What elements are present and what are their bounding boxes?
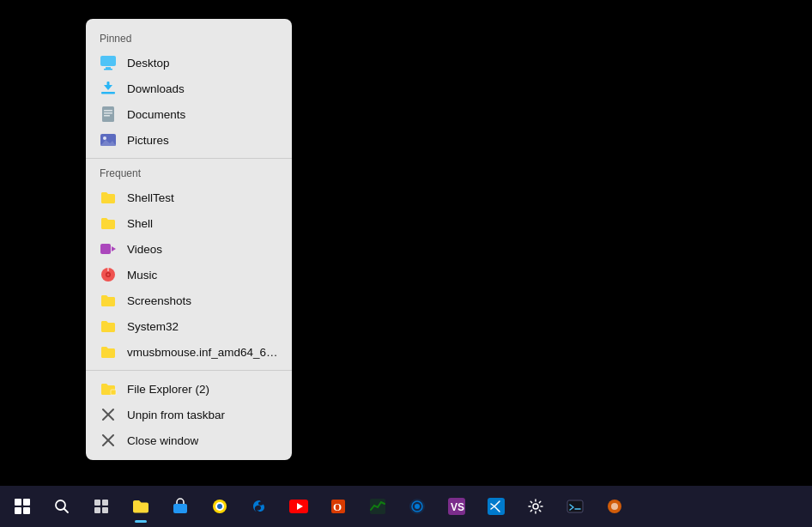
office-button[interactable]: O — [319, 488, 357, 525]
svg-point-49 — [611, 503, 618, 510]
store-icon — [172, 498, 189, 515]
menu-item-music[interactable]: Music — [86, 262, 292, 288]
shell-icon — [100, 215, 117, 232]
menu-item-shell[interactable]: Shell — [86, 210, 292, 236]
menu-item-unpin[interactable]: Unpin from taskbar — [86, 402, 292, 427]
search-button[interactable] — [43, 488, 81, 525]
stocks-icon — [369, 498, 386, 515]
stocks-button[interactable] — [359, 488, 397, 525]
menu-item-downloads[interactable]: Downloads — [86, 76, 292, 101]
svg-point-45 — [533, 504, 538, 509]
menu-item-pictures[interactable]: Pictures — [86, 127, 292, 153]
screenshots-label: Screenshots — [127, 294, 191, 307]
svg-text:VS: VS — [451, 501, 464, 513]
svg-rect-3 — [101, 92, 115, 94]
start-button[interactable] — [3, 488, 41, 525]
svg-rect-13 — [100, 244, 111, 254]
svg-point-17 — [107, 274, 110, 276]
vscode-icon — [488, 498, 505, 515]
folder-icon — [131, 497, 150, 516]
divider-1 — [86, 158, 292, 159]
system32-label: System32 — [127, 320, 179, 333]
svg-rect-5 — [107, 82, 110, 88]
close-window-label: Close window — [127, 434, 198, 447]
close-window-icon — [100, 432, 117, 449]
svg-point-41 — [415, 504, 420, 509]
menu-item-close-window[interactable]: Close window — [86, 427, 292, 453]
unpin-icon — [100, 406, 117, 423]
pictures-icon — [100, 131, 117, 148]
svg-rect-30 — [173, 504, 187, 513]
shelltest-label: ShellTest — [127, 191, 174, 204]
pinned-section-label: Pinned — [86, 29, 292, 50]
settings-button[interactable] — [517, 488, 554, 525]
svg-rect-44 — [488, 498, 505, 515]
svg-rect-7 — [104, 110, 112, 112]
pictures-label: Pictures — [127, 134, 169, 147]
svg-marker-14 — [112, 246, 116, 251]
vscode-button[interactable] — [477, 488, 515, 525]
task-view-icon — [94, 499, 109, 514]
taskbar: O VS — [0, 486, 812, 527]
system32-icon — [100, 318, 117, 335]
svg-rect-27 — [102, 500, 108, 506]
frequent-section-label: Frequent — [86, 164, 292, 185]
search-icon — [54, 499, 70, 514]
cortana-icon — [409, 498, 426, 515]
svg-rect-1 — [106, 67, 111, 69]
extra-button[interactable] — [596, 488, 633, 525]
svg-rect-9 — [104, 115, 110, 117]
vmusbmouse-icon — [100, 343, 117, 360]
svg-rect-46 — [567, 500, 583, 512]
youtube-icon — [289, 500, 308, 513]
menu-item-vmusbmouse[interactable]: vmusbmouse.inf_amd64_64ac7a0a... — [86, 339, 292, 365]
extra-icon — [606, 498, 623, 515]
svg-rect-26 — [94, 500, 100, 506]
youtube-button[interactable] — [280, 488, 318, 525]
visual-studio-button[interactable]: VS — [438, 488, 476, 525]
menu-item-screenshots[interactable]: Screenshots — [86, 288, 292, 313]
downloads-label: Downloads — [127, 82, 185, 95]
office-icon: O — [330, 498, 347, 515]
menu-item-desktop[interactable]: Desktop — [86, 50, 292, 76]
svg-rect-6 — [102, 106, 114, 122]
terminal-icon — [567, 498, 584, 515]
svg-point-11 — [103, 136, 106, 140]
menu-item-system32[interactable]: System32 — [86, 313, 292, 339]
terminal-button[interactable] — [556, 488, 594, 525]
menu-item-documents[interactable]: Documents — [86, 101, 292, 127]
task-view-button[interactable] — [82, 488, 120, 525]
menu-item-videos[interactable]: Videos — [86, 236, 292, 262]
canary-icon — [211, 498, 228, 515]
svg-rect-2 — [104, 69, 112, 70]
file-explorer-icon — [100, 380, 117, 397]
vmusbmouse-label: vmusbmouse.inf_amd64_64ac7a0a... — [127, 346, 278, 359]
documents-icon — [100, 106, 117, 123]
store-button[interactable] — [161, 488, 199, 525]
videos-label: Videos — [127, 243, 162, 256]
svg-rect-29 — [102, 507, 108, 513]
svg-rect-18 — [107, 268, 109, 271]
vs-icon: VS — [448, 498, 465, 515]
svg-rect-0 — [100, 56, 116, 66]
desktop-label: Desktop — [127, 57, 170, 70]
shell-label: Shell — [127, 217, 153, 230]
svg-text:O: O — [333, 500, 342, 513]
settings-icon — [527, 498, 544, 515]
cortana-button[interactable] — [398, 488, 436, 525]
svg-point-33 — [217, 504, 222, 509]
menu-item-shelltest[interactable]: ShellTest — [86, 185, 292, 210]
edge-button[interactable] — [240, 488, 278, 525]
desktop-icon — [100, 54, 117, 71]
chrome-canary-button[interactable] — [201, 488, 239, 525]
downloads-icon — [100, 80, 117, 97]
file-explorer-taskbar-button[interactable] — [122, 488, 160, 525]
videos-icon — [100, 240, 117, 257]
windows-logo-icon — [15, 499, 30, 514]
menu-item-file-explorer[interactable]: File Explorer (2) — [86, 376, 292, 402]
svg-rect-19 — [111, 390, 116, 395]
file-explorer-label: File Explorer (2) — [127, 383, 209, 396]
svg-rect-8 — [104, 112, 112, 114]
svg-line-25 — [64, 509, 69, 513]
edge-icon — [251, 498, 268, 515]
